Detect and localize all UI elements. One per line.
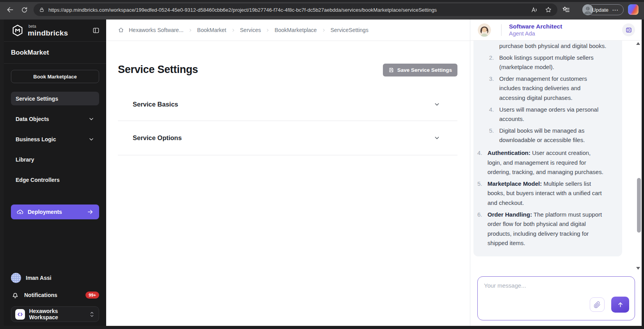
agent-role: Software Architect bbox=[509, 23, 562, 30]
home-icon[interactable] bbox=[118, 27, 124, 33]
favorite-star-icon[interactable] bbox=[545, 6, 552, 13]
sidebar-item-library[interactable]: Library bbox=[11, 153, 99, 166]
sidebar-footer: Iman Assi Notifications 99+ bbox=[4, 271, 106, 326]
list-item: 5.Marketplace Model: Multiple sellers li… bbox=[477, 179, 616, 208]
workspace-name: Hexaworks Workspace bbox=[29, 308, 85, 320]
beta-badge: beta bbox=[28, 25, 68, 28]
list-item: 2.Book listings support multiple sellers… bbox=[489, 53, 616, 72]
breadcrumb: Hexaworks Software... BookMarket Service… bbox=[106, 20, 470, 41]
bell-icon bbox=[11, 291, 20, 299]
brand-name: mindbricks bbox=[28, 29, 68, 37]
breadcrumb-item-current[interactable]: ServiceSettings bbox=[331, 27, 368, 33]
send-message-button[interactable] bbox=[611, 297, 629, 313]
chevron-down-icon bbox=[434, 101, 440, 108]
notifications-label: Notifications bbox=[24, 292, 57, 298]
mindbricks-logo-icon bbox=[11, 24, 24, 37]
sidebar-item-label: Business Logic bbox=[16, 136, 56, 142]
deployments-label: Deployments bbox=[28, 209, 62, 215]
panel-collapse-icon bbox=[92, 27, 100, 34]
paperclip-icon bbox=[594, 301, 601, 308]
message-input-box bbox=[477, 276, 635, 320]
sidebar-item-business-logic[interactable]: Business Logic bbox=[11, 132, 99, 146]
sidebar-brand-row: beta mindbricks bbox=[4, 20, 106, 42]
copilot-icon[interactable] bbox=[628, 4, 639, 15]
sidebar-item-data-objects[interactable]: Data Objects bbox=[11, 112, 99, 126]
brand-text: beta mindbricks bbox=[28, 25, 68, 37]
user-row[interactable]: Iman Assi bbox=[11, 271, 99, 285]
update-button[interactable]: Update ··· bbox=[587, 4, 624, 15]
refresh-button[interactable] bbox=[20, 5, 29, 14]
sidebar: beta mindbricks BookMarket Book Marketpl… bbox=[4, 20, 106, 326]
agent-chat-panel: Software Architect Agent Ada purchase bo… bbox=[470, 20, 642, 326]
url-text: https://app.mindbricks.com/workspace/199… bbox=[48, 7, 526, 13]
book-marketplace-button[interactable]: Book Marketplace bbox=[11, 70, 99, 83]
read-aloud-icon[interactable] bbox=[530, 6, 538, 14]
sidebar-collapse-button[interactable] bbox=[92, 27, 100, 34]
list-text-bold: Order Handling: bbox=[487, 211, 532, 218]
back-button[interactable] bbox=[5, 5, 15, 14]
breadcrumb-item[interactable]: Hexaworks Software... bbox=[129, 27, 183, 33]
scrollbar-thumb[interactable] bbox=[637, 178, 641, 233]
scrollbar-up-arrow[interactable] bbox=[636, 42, 640, 45]
section-service-options[interactable]: Service Options bbox=[118, 121, 457, 155]
breadcrumb-item[interactable]: Services bbox=[240, 27, 261, 33]
chevron-right-icon bbox=[265, 28, 270, 32]
user-avatar bbox=[11, 273, 21, 283]
address-bar[interactable]: https://app.mindbricks.com/workspace/199… bbox=[34, 4, 557, 16]
panel-toggle-button[interactable] bbox=[622, 23, 635, 36]
save-icon bbox=[388, 67, 394, 73]
chat-messages: purchase both physical and digital books… bbox=[470, 41, 642, 273]
send-arrow-icon bbox=[617, 301, 624, 308]
favorites-bar-button[interactable] bbox=[561, 5, 571, 14]
chevron-down-icon bbox=[88, 116, 94, 122]
main-content: Hexaworks Software... BookMarket Service… bbox=[106, 20, 470, 326]
list-text: Order management for customers includes … bbox=[499, 75, 587, 101]
workspace-selector[interactable]: Hexaworks Workspace bbox=[11, 306, 99, 322]
list-marker: 4. bbox=[489, 105, 494, 115]
list-item: 5.Digital books will be managed as downl… bbox=[489, 126, 616, 145]
list-item: 4.Authentication: User account creation,… bbox=[477, 148, 616, 177]
list-marker: 6. bbox=[477, 210, 482, 220]
chat-header: Software Architect Agent Ada bbox=[470, 20, 642, 41]
sidebar-nav: Book Marketplace Service Settings Data O… bbox=[4, 64, 106, 219]
message-input[interactable] bbox=[478, 277, 635, 320]
list-text: Digital books will be managed as downloa… bbox=[499, 127, 585, 144]
favorites-list-icon bbox=[562, 5, 570, 14]
sidebar-item-label: Data Objects bbox=[16, 116, 49, 122]
deployments-button[interactable]: Deployments bbox=[11, 205, 99, 219]
notifications-badge: 99+ bbox=[85, 292, 99, 299]
list-text: Users will manage orders via personal ac… bbox=[499, 106, 598, 123]
list-marker: 5. bbox=[489, 126, 494, 136]
section-service-basics[interactable]: Service Basics bbox=[118, 88, 457, 121]
sidebar-item-service-settings[interactable]: Service Settings bbox=[11, 92, 99, 105]
page-body: Service Settings Save Service Settings S… bbox=[106, 41, 470, 155]
chevron-right-icon bbox=[188, 28, 192, 32]
attach-file-button[interactable] bbox=[590, 297, 605, 312]
more-options-icon[interactable]: ··· bbox=[612, 7, 619, 13]
list-marker: 4. bbox=[477, 148, 482, 158]
breadcrumb-item[interactable]: BookMarket bbox=[197, 27, 226, 33]
browser-toolbar: https://app.mindbricks.com/workspace/199… bbox=[0, 0, 644, 20]
sidebar-item-edge-controllers[interactable]: Edge Controllers bbox=[11, 173, 99, 187]
breadcrumb-item[interactable]: BookMarketplace bbox=[274, 27, 317, 33]
list-text-bold: Authentication: bbox=[487, 149, 530, 156]
update-label: Update bbox=[592, 7, 608, 13]
screen: https://app.mindbricks.com/workspace/199… bbox=[0, 0, 644, 329]
list-marker: 5. bbox=[477, 179, 482, 189]
list-marker: 3. bbox=[489, 74, 494, 84]
list-text: purchase both physical and digital books… bbox=[499, 43, 606, 49]
chat-outer-list: 4.Authentication: User account creation,… bbox=[477, 148, 616, 248]
app-window: beta mindbricks BookMarket Book Marketpl… bbox=[4, 20, 642, 326]
workspace-logo-icon bbox=[15, 309, 25, 320]
notifications-row[interactable]: Notifications 99+ bbox=[11, 288, 99, 302]
sidebar-item-label: Library bbox=[16, 156, 34, 163]
scrollbar-down-arrow[interactable] bbox=[636, 267, 640, 270]
chevron-right-icon bbox=[322, 28, 326, 32]
chevron-down-icon bbox=[88, 136, 94, 142]
save-button-label: Save Service Settings bbox=[397, 67, 452, 73]
arrow-right-icon bbox=[87, 208, 94, 215]
deploy-cloud-icon bbox=[16, 208, 24, 216]
section-label: Service Basics bbox=[133, 101, 178, 108]
back-arrow-icon bbox=[6, 6, 14, 14]
save-service-settings-button[interactable]: Save Service Settings bbox=[383, 64, 457, 76]
